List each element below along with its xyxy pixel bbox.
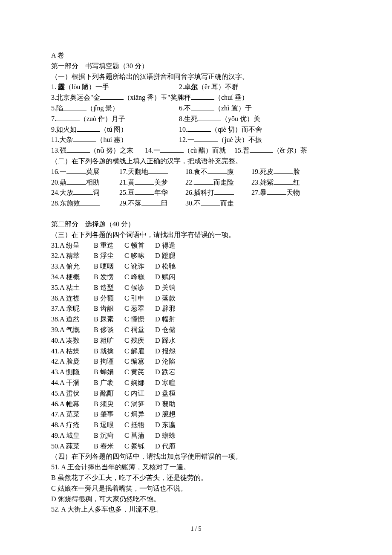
opt-c[interactable]: C 解雇 bbox=[124, 346, 155, 357]
opt-d[interactable]: D 幅射 bbox=[155, 314, 176, 325]
opt-d[interactable]: D 沦陷 bbox=[155, 356, 176, 367]
opt-b[interactable]: B 齿龈 bbox=[94, 304, 124, 314]
opt-d[interactable]: D 东瀛 bbox=[155, 420, 176, 431]
opt-c[interactable]: C 黄芪 bbox=[124, 367, 155, 378]
opt-c[interactable]: C 引申 bbox=[124, 293, 155, 304]
opt-c[interactable]: C 菖蒲 bbox=[124, 431, 155, 441]
blank[interactable] bbox=[160, 145, 184, 153]
blank[interactable] bbox=[135, 177, 154, 185]
opt-a[interactable]: A 脸庞 bbox=[60, 356, 94, 367]
opt-b[interactable]: B 就擒 bbox=[94, 346, 124, 357]
q51-c[interactable]: C 姑娘在一旁只是抿着嘴笑，一句话也不说。 bbox=[51, 483, 341, 494]
opt-d[interactable]: D 得逞 bbox=[155, 240, 176, 251]
opt-c[interactable]: C 涡笋 bbox=[124, 399, 155, 410]
blank[interactable] bbox=[135, 188, 154, 195]
opt-a[interactable]: A 恻隐 bbox=[60, 367, 94, 378]
opt-c[interactable]: C 峰糕 bbox=[124, 272, 155, 283]
opt-a[interactable]: A 城皇 bbox=[60, 431, 94, 441]
opt-a[interactable]: A 大街上人多车也多，川流不息。 bbox=[61, 506, 163, 513]
opt-c[interactable]: C 綮铄 bbox=[124, 441, 155, 452]
blank[interactable] bbox=[274, 177, 293, 185]
opt-b[interactable]: B 哽咽 bbox=[94, 261, 124, 272]
blank[interactable] bbox=[77, 124, 100, 132]
blank[interactable] bbox=[191, 103, 214, 110]
opt-b[interactable]: B 粗旷 bbox=[94, 335, 124, 346]
opt-a[interactable]: A 疔疮 bbox=[60, 420, 94, 431]
opt-b[interactable]: B 须臾 bbox=[94, 399, 124, 410]
opt-b[interactable]: B 蝉娟 bbox=[94, 367, 124, 378]
opt-a[interactable]: A 帷幕 bbox=[60, 399, 94, 410]
blank[interactable] bbox=[141, 198, 161, 205]
blank[interactable] bbox=[100, 92, 124, 100]
opt-b[interactable]: B 沉疴 bbox=[94, 431, 124, 441]
opt-d[interactable]: D 蹬腿 bbox=[155, 251, 176, 261]
blank[interactable] bbox=[267, 188, 286, 195]
opt-b[interactable]: B 尿素 bbox=[94, 314, 124, 325]
opt-c[interactable]: C 娴娜 bbox=[124, 378, 155, 388]
opt-b[interactable]: B 广袤 bbox=[94, 378, 124, 388]
opt-b[interactable]: B 造型 bbox=[94, 283, 124, 293]
opt-c[interactable]: C 祠堂 bbox=[124, 325, 155, 335]
opt-a[interactable]: A 气慨 bbox=[60, 325, 94, 335]
blank[interactable] bbox=[66, 177, 86, 185]
opt-d[interactable]: D 寒暄 bbox=[155, 378, 176, 388]
blank[interactable] bbox=[198, 114, 221, 121]
opt-b[interactable]: B 逗哏 bbox=[94, 420, 124, 431]
opt-d[interactable]: D 襄助 bbox=[155, 399, 176, 410]
opt-a[interactable]: A 苋菜 bbox=[60, 409, 94, 420]
opt-d[interactable]: D 蟾蜍 bbox=[155, 431, 176, 441]
opt-a[interactable]: A 精萃 bbox=[60, 251, 94, 261]
opt-b[interactable]: B 重迭 bbox=[94, 240, 124, 251]
blank[interactable] bbox=[208, 167, 227, 174]
opt-a[interactable]: A 道岔 bbox=[60, 314, 94, 325]
opt-d[interactable]: D 踩水 bbox=[155, 335, 176, 346]
opt-c[interactable]: C 憧憬 bbox=[124, 314, 155, 325]
opt-a[interactable]: A 干涸 bbox=[60, 378, 94, 388]
q51-b[interactable]: B 虽然花了不少工夫，吃了不少苦头，还是徒劳的。 bbox=[51, 473, 341, 483]
blank[interactable] bbox=[66, 145, 90, 153]
opt-d[interactable]: D 关饷 bbox=[155, 283, 176, 293]
blank[interactable] bbox=[73, 135, 96, 142]
opt-b[interactable]: B 分额 bbox=[94, 293, 124, 304]
q51-d[interactable]: D 粥烧得很稠，可大家仍然吃不饱。 bbox=[51, 494, 341, 505]
blank[interactable] bbox=[148, 167, 168, 174]
opt-a[interactable]: A 亲昵 bbox=[60, 304, 94, 314]
opt-c[interactable]: C 炯异 bbox=[124, 409, 155, 420]
opt-a[interactable]: A 连襟 bbox=[60, 293, 94, 304]
opt-a[interactable]: A 粘土 bbox=[60, 283, 94, 293]
opt-a[interactable]: A 梗概 bbox=[60, 272, 94, 283]
blank[interactable] bbox=[63, 103, 86, 110]
opt-d[interactable]: D 松驰 bbox=[155, 261, 176, 272]
blank[interactable] bbox=[56, 114, 80, 121]
blank[interactable] bbox=[191, 92, 214, 100]
blank[interactable] bbox=[194, 135, 218, 142]
opt-d[interactable]: D 仓储 bbox=[155, 325, 176, 335]
opt-a[interactable]: A 蜇伏 bbox=[60, 388, 94, 399]
opt-a[interactable]: A 纷呈 bbox=[60, 240, 94, 251]
opt-a[interactable]: A 凑数 bbox=[60, 335, 94, 346]
blank[interactable] bbox=[80, 198, 100, 205]
opt-d[interactable]: D 臆想 bbox=[155, 409, 176, 420]
opt-c[interactable]: C 编篡 bbox=[124, 356, 155, 367]
opt-c[interactable]: C 讹诈 bbox=[124, 261, 155, 272]
opt-d[interactable]: D 辟邪 bbox=[155, 304, 176, 314]
opt-a[interactable]: A 枯燥 bbox=[60, 346, 94, 357]
opt-b[interactable]: B 侈谈 bbox=[94, 325, 124, 335]
opt-c[interactable]: C 抵牾 bbox=[124, 420, 155, 431]
blank[interactable] bbox=[194, 177, 213, 185]
opt-d[interactable]: D 盘桓 bbox=[155, 388, 176, 399]
blank[interactable] bbox=[250, 145, 273, 153]
blank[interactable] bbox=[274, 167, 293, 174]
opt-d[interactable]: D 跌宕 bbox=[155, 367, 176, 378]
opt-c[interactable]: C 候诊 bbox=[124, 283, 155, 293]
opt-c[interactable]: C 顿首 bbox=[124, 240, 155, 251]
opt-c[interactable]: C 残疾 bbox=[124, 335, 155, 346]
opt-b[interactable]: B 肇事 bbox=[94, 409, 124, 420]
blank[interactable] bbox=[201, 198, 220, 205]
opt-a[interactable]: A 莼菜 bbox=[60, 441, 94, 452]
opt-d[interactable]: D 代庖 bbox=[155, 441, 176, 452]
opt-d[interactable]: D 落款 bbox=[155, 293, 176, 304]
opt-a[interactable]: A 王会计捧出当年的账薄，又核对了一遍。 bbox=[61, 463, 190, 471]
opt-c[interactable]: C 内讧 bbox=[124, 388, 155, 399]
opt-d[interactable]: D 赋闲 bbox=[155, 272, 176, 283]
